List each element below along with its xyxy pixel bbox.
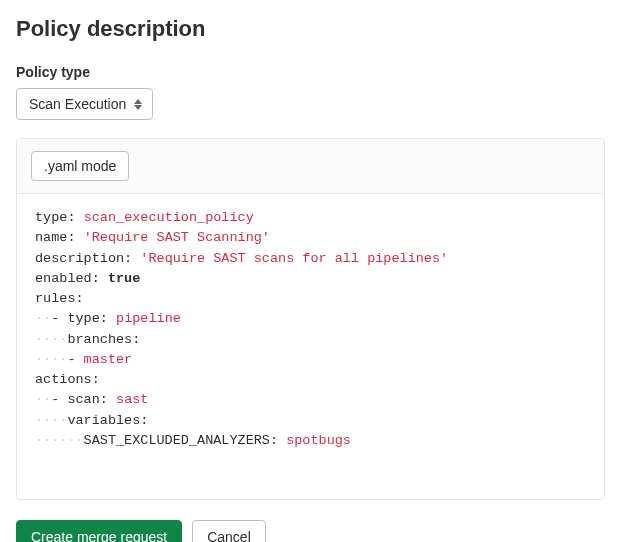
yaml-mode-label: .yaml mode bbox=[44, 158, 116, 174]
yaml-editor-body[interactable]: type: scan_execution_policyname: 'Requir… bbox=[17, 194, 604, 499]
code-line: rules: bbox=[35, 289, 586, 309]
yaml-editor-panel: .yaml mode type: scan_execution_policyna… bbox=[16, 138, 605, 500]
create-merge-request-label: Create merge request bbox=[31, 529, 167, 542]
editor-header: .yaml mode bbox=[17, 139, 604, 194]
code-line: ··- scan: sast bbox=[35, 390, 586, 410]
code-line: description: 'Require SAST scans for all… bbox=[35, 249, 586, 269]
actions-row: Create merge request Cancel bbox=[16, 520, 605, 542]
code-line: ····- master bbox=[35, 350, 586, 370]
code-line: ····branches: bbox=[35, 330, 586, 350]
code-line: ····variables: bbox=[35, 411, 586, 431]
policy-type-value: Scan Execution bbox=[29, 96, 126, 112]
cancel-button[interactable]: Cancel bbox=[192, 520, 266, 542]
page-title: Policy description bbox=[16, 16, 605, 42]
cancel-label: Cancel bbox=[207, 529, 251, 542]
policy-type-label: Policy type bbox=[16, 64, 605, 80]
code-line: actions: bbox=[35, 370, 586, 390]
code-line: enabled: true bbox=[35, 269, 586, 289]
sort-icon bbox=[134, 99, 142, 110]
policy-type-select[interactable]: Scan Execution bbox=[16, 88, 153, 120]
code-line: type: scan_execution_policy bbox=[35, 208, 586, 228]
yaml-mode-button[interactable]: .yaml mode bbox=[31, 151, 129, 181]
create-merge-request-button[interactable]: Create merge request bbox=[16, 520, 182, 542]
code-line: name: 'Require SAST Scanning' bbox=[35, 228, 586, 248]
code-line: ······SAST_EXCLUDED_ANALYZERS: spotbugs bbox=[35, 431, 586, 451]
code-line: ··- type: pipeline bbox=[35, 309, 586, 329]
